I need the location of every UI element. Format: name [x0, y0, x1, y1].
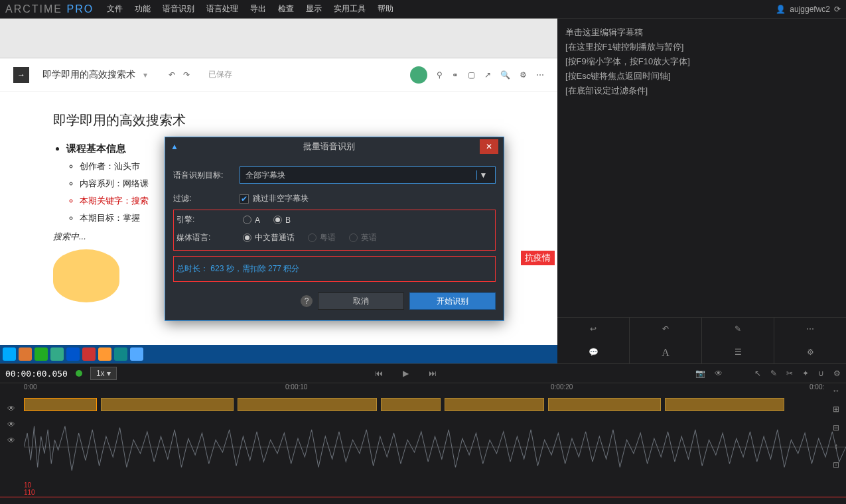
saved-label: 已保存	[208, 69, 232, 80]
doc-title[interactable]: 即学即用的高效搜索术	[42, 69, 135, 81]
hint-f1: [在这里按F1键控制播放与暂停]	[565, 40, 838, 54]
filter-option: 跳过非空字幕块	[253, 193, 309, 204]
more-icon[interactable]: ⋯	[536, 70, 544, 80]
menu-function[interactable]: 功能	[135, 3, 151, 15]
subtitle-editor-panel[interactable]: 单击这里编辑字幕稿 [在这里按F1键控制播放与暂停] [按F9缩小字体，按F10…	[557, 19, 846, 363]
highlighted-options-box: 引擎: A B 媒体语言: 中文普通话 粤语 英语	[173, 210, 496, 251]
subtitle-clip[interactable]	[238, 398, 377, 411]
browser-chrome	[0, 19, 557, 58]
eye-icon[interactable]: 👁	[715, 369, 723, 378]
app-logo: ARCTIME PRO	[5, 3, 94, 15]
camera-icon[interactable]: 📷	[695, 369, 705, 378]
menu-asr[interactable]: 语音识别	[163, 3, 194, 15]
lang-mandarin-radio[interactable]	[243, 233, 251, 242]
hint-esc: [按Esc键将焦点返回时间轴]	[565, 69, 838, 84]
next-icon[interactable]: ⏭	[429, 369, 437, 378]
magnet-icon[interactable]: ∪	[818, 369, 824, 378]
back-icon[interactable]: ↶	[630, 318, 702, 341]
pen-icon[interactable]: ✎	[770, 369, 777, 378]
duration-info: 总时长： 623 秒，需扣除 277 积分	[174, 261, 495, 277]
wand-icon[interactable]: ✦	[802, 369, 809, 378]
red-markers: 10110	[24, 481, 35, 496]
tool-icon[interactable]: ⊞	[833, 405, 839, 419]
tool-icon[interactable]: ⊟	[833, 423, 839, 438]
tool-icon[interactable]: ↕	[834, 442, 838, 456]
timeline[interactable]: + 👁 👁 👁 0:00 0:00:10 0:00:20 0:00: 10110…	[0, 383, 846, 504]
gear-icon[interactable]: ⚙	[833, 369, 841, 378]
hint-filter: [在底部设定过滤条件]	[565, 84, 838, 98]
subtitle-clip[interactable]	[101, 398, 234, 411]
present-icon[interactable]: ▢	[468, 70, 475, 80]
sliders-icon[interactable]: ⚙	[774, 341, 846, 364]
user-icon: 👤	[776, 5, 786, 14]
transport-bar: 00:00:00.050 1x ▾ ⏮ ▶ ⏭ 📷 👁 ↖ ✎ ✂ ✦ ∪ ⚙	[0, 363, 846, 383]
chevron-down-icon: ▼	[476, 170, 490, 180]
menu-tools[interactable]: 实用工具	[334, 3, 366, 15]
reply-icon[interactable]: ↩	[557, 318, 630, 341]
subtitle-clip[interactable]	[24, 398, 97, 411]
lang-cantonese-radio	[308, 233, 317, 242]
cut-icon[interactable]: ✂	[786, 369, 793, 378]
cartoon-graphic	[53, 249, 119, 302]
link-icon[interactable]: ⚭	[452, 70, 458, 80]
highlighted-duration-box: 总时长： 623 秒，需扣除 277 积分	[173, 256, 496, 282]
filter-checkbox[interactable]: ✔	[240, 194, 249, 204]
dialog-title: 批量语音识别	[303, 141, 355, 153]
share-icon[interactable]: ⚲	[437, 70, 443, 80]
target-select[interactable]: 全部字幕块 ▼	[240, 166, 496, 184]
speed-selector[interactable]: 1x ▾	[90, 367, 117, 380]
dialog-logo-icon: ▲	[171, 142, 178, 151]
red-marker-line	[0, 497, 846, 497]
timecode: 00:00:00.050	[5, 369, 68, 379]
hint-f9: [按F9缩小字体，按F10放大字体]	[565, 54, 838, 69]
menu-help[interactable]: 帮助	[378, 3, 393, 15]
menu-export[interactable]: 导出	[250, 3, 266, 15]
prev-icon[interactable]: ⏮	[375, 369, 383, 378]
svg-rect-0	[24, 447, 846, 448]
subtitle-clip[interactable]	[548, 398, 661, 411]
filter-label: 过滤:	[173, 193, 240, 204]
engine-label: 引擎:	[176, 214, 243, 225]
tool-icon[interactable]: ⊡	[833, 460, 839, 475]
font-icon[interactable]: A	[630, 341, 702, 364]
engine-a-radio[interactable]	[243, 216, 251, 224]
timeline-side-tools: ↔ ⊞ ⊟ ↕ ⊡	[826, 383, 846, 504]
lang-english-radio	[349, 233, 358, 242]
export-icon[interactable]: ↗	[484, 70, 491, 80]
right-toolbar: ↩ ↶ ✎ ⋯ 💬 A ☰ ⚙	[557, 317, 846, 363]
subtitle-clip[interactable]	[665, 398, 784, 411]
back-button[interactable]: →	[13, 67, 29, 83]
more-icon[interactable]: ⋯	[774, 318, 846, 341]
hint-edit[interactable]: 单击这里编辑字幕稿	[565, 25, 838, 40]
tool-icon[interactable]: ↔	[832, 386, 840, 401]
menu-file[interactable]: 文件	[107, 3, 123, 15]
time-ruler[interactable]: 0:00 0:00:10 0:00:20 0:00:	[0, 383, 846, 397]
refresh-icon[interactable]: ⟳	[834, 5, 841, 14]
search-icon[interactable]: 🔍	[500, 70, 510, 80]
chat-icon[interactable]: 💬	[557, 341, 630, 364]
live-badge: 抗疫情	[521, 251, 555, 265]
user-area[interactable]: 👤 aujggefwc2 ⟳	[776, 5, 841, 14]
edit-icon[interactable]: ✎	[702, 318, 774, 341]
subtitle-clip[interactable]	[445, 398, 544, 411]
redo-icon[interactable]: ↷	[183, 70, 190, 80]
cancel-button[interactable]: 取消	[318, 292, 404, 310]
undo-icon[interactable]: ↶	[169, 70, 175, 80]
menu-display[interactable]: 显示	[306, 3, 322, 15]
help-icon[interactable]: ?	[301, 295, 313, 307]
menu-lang[interactable]: 语言处理	[206, 3, 238, 15]
subtitle-clip[interactable]	[381, 398, 441, 411]
close-button[interactable]: ✕	[480, 139, 498, 154]
subtitle-track[interactable]	[0, 397, 846, 412]
pointer-icon[interactable]: ↖	[754, 369, 761, 378]
play-icon[interactable]: ▶	[403, 369, 409, 378]
doc-heading: 即学即用的高效搜索术	[53, 111, 504, 129]
list-icon[interactable]: ☰	[702, 341, 774, 364]
avatar[interactable]	[410, 66, 427, 84]
settings-icon[interactable]: ⚙	[520, 70, 527, 80]
menubar: 文件 功能 语音识别 语言处理 导出 检查 显示 实用工具 帮助	[107, 3, 393, 15]
start-button[interactable]: 开始识别	[409, 292, 496, 310]
menu-check[interactable]: 检查	[278, 3, 294, 15]
waveform-track[interactable]	[0, 412, 846, 479]
engine-b-radio[interactable]	[273, 216, 282, 224]
